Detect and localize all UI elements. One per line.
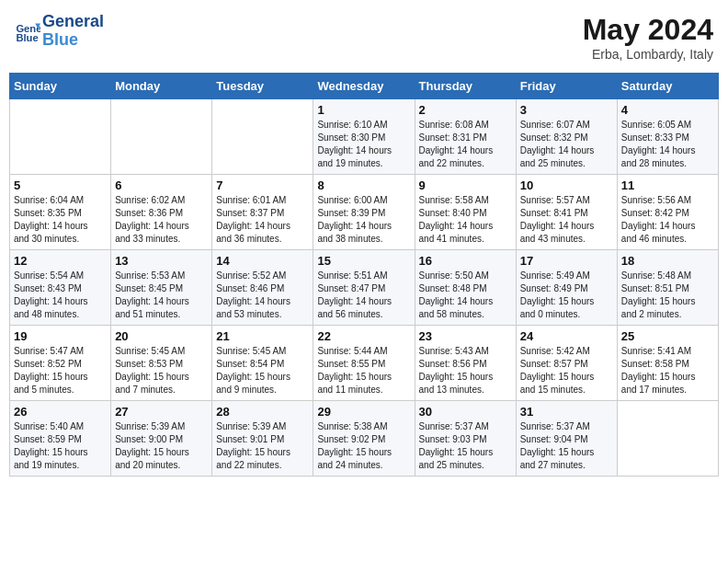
calendar-day-cell: 12Sunrise: 5:54 AMSunset: 8:43 PMDayligh… <box>10 250 111 326</box>
calendar-day-cell: 1Sunrise: 6:10 AMSunset: 8:30 PMDaylight… <box>313 99 415 175</box>
calendar-day-cell: 27Sunrise: 5:39 AMSunset: 9:00 PMDayligh… <box>111 401 212 477</box>
day-info: Sunrise: 6:08 AMSunset: 8:31 PMDaylight:… <box>419 119 512 170</box>
svg-text:Blue: Blue <box>16 32 38 43</box>
calendar-day-cell: 24Sunrise: 5:42 AMSunset: 8:57 PMDayligh… <box>516 326 617 401</box>
calendar-day-cell: 16Sunrise: 5:50 AMSunset: 8:48 PMDayligh… <box>415 250 516 326</box>
day-info: Sunrise: 5:41 AMSunset: 8:58 PMDaylight:… <box>621 345 714 396</box>
day-info: Sunrise: 5:39 AMSunset: 9:01 PMDaylight:… <box>216 420 309 472</box>
calendar-day-cell: 25Sunrise: 5:41 AMSunset: 8:58 PMDayligh… <box>617 326 718 401</box>
day-number: 5 <box>14 178 107 192</box>
calendar-week-row: 19Sunrise: 5:47 AMSunset: 8:52 PMDayligh… <box>10 326 719 401</box>
logo-icon: General Blue <box>15 18 40 44</box>
calendar-day-cell: 23Sunrise: 5:43 AMSunset: 8:56 PMDayligh… <box>415 326 516 401</box>
day-info: Sunrise: 5:52 AMSunset: 8:46 PMDaylight:… <box>216 270 309 321</box>
day-number: 29 <box>317 405 410 419</box>
day-of-week-header: Friday <box>516 74 617 99</box>
calendar-day-cell: 7Sunrise: 6:01 AMSunset: 8:37 PMDaylight… <box>212 175 313 250</box>
month-year-title: May 2024 <box>583 13 713 47</box>
day-number: 6 <box>115 178 208 192</box>
calendar-week-row: 5Sunrise: 6:04 AMSunset: 8:35 PMDaylight… <box>10 175 719 250</box>
day-number: 28 <box>216 405 309 419</box>
calendar-day-cell: 26Sunrise: 5:40 AMSunset: 8:59 PMDayligh… <box>10 401 111 477</box>
day-number: 3 <box>520 103 613 117</box>
day-number: 27 <box>115 405 208 419</box>
calendar-week-row: 12Sunrise: 5:54 AMSunset: 8:43 PMDayligh… <box>10 250 719 326</box>
day-number: 31 <box>520 405 613 419</box>
day-info: Sunrise: 5:38 AMSunset: 9:02 PMDaylight:… <box>317 420 410 472</box>
calendar-day-cell: 2Sunrise: 6:08 AMSunset: 8:31 PMDaylight… <box>415 99 516 175</box>
day-info: Sunrise: 5:56 AMSunset: 8:42 PMDaylight:… <box>621 194 714 246</box>
calendar-day-cell: 14Sunrise: 5:52 AMSunset: 8:46 PMDayligh… <box>212 250 313 326</box>
calendar-day-cell: 13Sunrise: 5:53 AMSunset: 8:45 PMDayligh… <box>111 250 212 326</box>
calendar-day-cell: 17Sunrise: 5:49 AMSunset: 8:49 PMDayligh… <box>516 250 617 326</box>
calendar-day-cell: 21Sunrise: 5:45 AMSunset: 8:54 PMDayligh… <box>212 326 313 401</box>
calendar-day-cell <box>212 99 313 175</box>
day-number: 19 <box>14 329 107 343</box>
logo-text-line1: General <box>42 13 104 31</box>
day-info: Sunrise: 5:53 AMSunset: 8:45 PMDaylight:… <box>115 270 208 321</box>
calendar-day-cell: 10Sunrise: 5:57 AMSunset: 8:41 PMDayligh… <box>516 175 617 250</box>
day-info: Sunrise: 5:49 AMSunset: 8:49 PMDaylight:… <box>520 270 613 321</box>
calendar-day-cell: 22Sunrise: 5:44 AMSunset: 8:55 PMDayligh… <box>313 326 415 401</box>
day-info: Sunrise: 6:10 AMSunset: 8:30 PMDaylight:… <box>317 119 410 170</box>
day-number: 23 <box>419 329 512 343</box>
day-info: Sunrise: 5:37 AMSunset: 9:03 PMDaylight:… <box>419 420 512 472</box>
day-number: 30 <box>419 405 512 419</box>
day-info: Sunrise: 5:43 AMSunset: 8:56 PMDaylight:… <box>419 345 512 396</box>
day-info: Sunrise: 5:45 AMSunset: 8:54 PMDaylight:… <box>216 345 309 396</box>
day-info: Sunrise: 6:01 AMSunset: 8:37 PMDaylight:… <box>216 194 309 246</box>
calendar-day-cell <box>10 99 111 175</box>
day-of-week-header: Thursday <box>415 74 516 99</box>
day-number: 25 <box>621 329 714 343</box>
day-number: 2 <box>419 103 512 117</box>
calendar-table: SundayMondayTuesdayWednesdayThursdayFrid… <box>9 73 719 477</box>
day-of-week-header: Tuesday <box>212 74 313 99</box>
day-number: 7 <box>216 178 309 192</box>
day-number: 10 <box>520 178 613 192</box>
day-number: 24 <box>520 329 613 343</box>
calendar-day-cell: 29Sunrise: 5:38 AMSunset: 9:02 PMDayligh… <box>313 401 415 477</box>
day-info: Sunrise: 6:07 AMSunset: 8:32 PMDaylight:… <box>520 119 613 170</box>
day-number: 16 <box>419 254 512 268</box>
calendar-header-row: SundayMondayTuesdayWednesdayThursdayFrid… <box>10 74 719 99</box>
calendar-day-cell: 28Sunrise: 5:39 AMSunset: 9:01 PMDayligh… <box>212 401 313 477</box>
day-info: Sunrise: 5:58 AMSunset: 8:40 PMDaylight:… <box>419 194 512 246</box>
location-subtitle: Erba, Lombardy, Italy <box>583 47 713 62</box>
calendar-day-cell: 8Sunrise: 6:00 AMSunset: 8:39 PMDaylight… <box>313 175 415 250</box>
day-number: 17 <box>520 254 613 268</box>
day-number: 14 <box>216 254 309 268</box>
calendar-day-cell: 11Sunrise: 5:56 AMSunset: 8:42 PMDayligh… <box>617 175 718 250</box>
calendar-week-row: 1Sunrise: 6:10 AMSunset: 8:30 PMDaylight… <box>10 99 719 175</box>
day-number: 22 <box>317 329 410 343</box>
day-info: Sunrise: 5:42 AMSunset: 8:57 PMDaylight:… <box>520 345 613 396</box>
logo-text-line2: Blue <box>42 31 104 50</box>
day-info: Sunrise: 6:05 AMSunset: 8:33 PMDaylight:… <box>621 119 714 170</box>
day-info: Sunrise: 6:00 AMSunset: 8:39 PMDaylight:… <box>317 194 410 246</box>
day-info: Sunrise: 5:44 AMSunset: 8:55 PMDaylight:… <box>317 345 410 396</box>
calendar-day-cell: 31Sunrise: 5:37 AMSunset: 9:04 PMDayligh… <box>516 401 617 477</box>
day-of-week-header: Sunday <box>10 74 111 99</box>
logo: General Blue General Blue <box>15 13 104 50</box>
calendar-day-cell: 30Sunrise: 5:37 AMSunset: 9:03 PMDayligh… <box>415 401 516 477</box>
day-number: 8 <box>317 178 410 192</box>
day-number: 20 <box>115 329 208 343</box>
day-info: Sunrise: 5:47 AMSunset: 8:52 PMDaylight:… <box>14 345 107 396</box>
calendar-day-cell: 4Sunrise: 6:05 AMSunset: 8:33 PMDaylight… <box>617 99 718 175</box>
calendar-day-cell: 15Sunrise: 5:51 AMSunset: 8:47 PMDayligh… <box>313 250 415 326</box>
page-header: General Blue General Blue May 2024 Erba,… <box>9 9 719 65</box>
day-number: 18 <box>621 254 714 268</box>
day-info: Sunrise: 5:54 AMSunset: 8:43 PMDaylight:… <box>14 270 107 321</box>
day-number: 12 <box>14 254 107 268</box>
day-number: 26 <box>14 405 107 419</box>
day-info: Sunrise: 5:50 AMSunset: 8:48 PMDaylight:… <box>419 270 512 321</box>
day-number: 9 <box>419 178 512 192</box>
calendar-day-cell <box>617 401 718 477</box>
calendar-day-cell: 19Sunrise: 5:47 AMSunset: 8:52 PMDayligh… <box>10 326 111 401</box>
day-info: Sunrise: 5:37 AMSunset: 9:04 PMDaylight:… <box>520 420 613 472</box>
day-info: Sunrise: 5:45 AMSunset: 8:53 PMDaylight:… <box>115 345 208 396</box>
calendar-day-cell: 18Sunrise: 5:48 AMSunset: 8:51 PMDayligh… <box>617 250 718 326</box>
day-number: 4 <box>621 103 714 117</box>
day-info: Sunrise: 5:40 AMSunset: 8:59 PMDaylight:… <box>14 420 107 472</box>
day-of-week-header: Monday <box>111 74 212 99</box>
day-info: Sunrise: 5:51 AMSunset: 8:47 PMDaylight:… <box>317 270 410 321</box>
